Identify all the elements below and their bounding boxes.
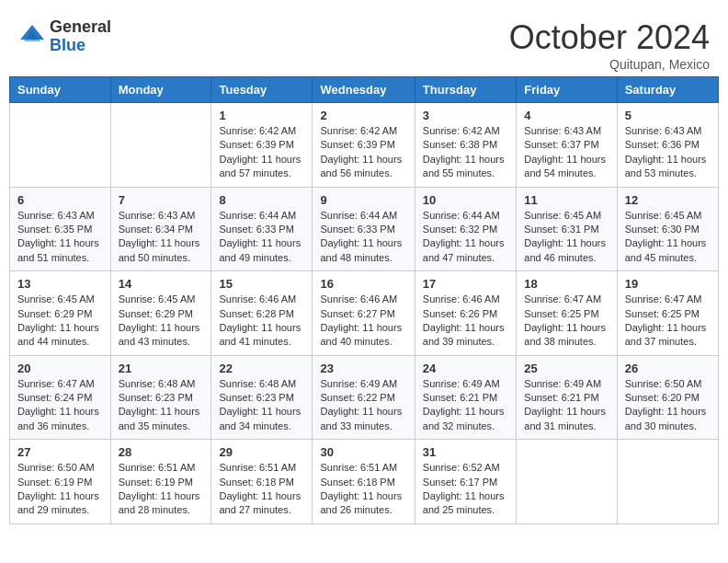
week-row-5: 27Sunrise: 6:50 AM Sunset: 6:19 PM Dayli… [10,440,719,524]
logo-icon [18,23,46,51]
day-info: Sunrise: 6:46 AM Sunset: 6:27 PM Dayligh… [320,293,406,350]
day-info: Sunrise: 6:45 AM Sunset: 6:31 PM Dayligh… [524,209,609,266]
day-number: 7 [119,193,204,207]
calendar-cell: 28Sunrise: 6:51 AM Sunset: 6:19 PM Dayli… [110,440,211,524]
day-number: 18 [524,277,609,291]
day-number: 19 [625,277,711,291]
day-number: 27 [17,445,103,459]
day-number: 11 [524,193,609,207]
day-number: 8 [219,193,304,207]
weekday-header-saturday: Saturday [617,77,718,103]
day-number: 26 [625,362,711,375]
week-row-3: 13Sunrise: 6:45 AM Sunset: 6:29 PM Dayli… [10,271,719,356]
calendar-cell: 20Sunrise: 6:47 AM Sunset: 6:24 PM Dayli… [10,355,111,440]
logo-text: General Blue [50,18,111,55]
day-number: 31 [423,445,508,459]
day-info: Sunrise: 6:52 AM Sunset: 6:17 PM Dayligh… [423,461,508,518]
day-number: 5 [625,109,711,122]
day-number: 4 [524,109,609,122]
day-info: Sunrise: 6:49 AM Sunset: 6:22 PM Dayligh… [320,377,406,434]
calendar-cell: 27Sunrise: 6:50 AM Sunset: 6:19 PM Dayli… [10,440,111,524]
calendar-table: SundayMondayTuesdayWednesdayThursdayFrid… [9,76,719,524]
page-header: General Blue October 2024 Quitupan, Mexi… [9,9,719,76]
day-info: Sunrise: 6:47 AM Sunset: 6:25 PM Dayligh… [524,293,609,350]
day-number: 23 [320,362,406,375]
calendar-cell: 2Sunrise: 6:42 AM Sunset: 6:39 PM Daylig… [313,103,415,188]
day-info: Sunrise: 6:45 AM Sunset: 6:29 PM Dayligh… [119,293,204,350]
calendar-cell: 30Sunrise: 6:51 AM Sunset: 6:18 PM Dayli… [313,440,415,524]
calendar-cell [617,440,718,524]
calendar-cell: 5Sunrise: 6:43 AM Sunset: 6:36 PM Daylig… [617,103,718,188]
day-number: 25 [524,362,609,375]
calendar-cell: 12Sunrise: 6:45 AM Sunset: 6:30 PM Dayli… [617,187,718,271]
calendar-cell: 19Sunrise: 6:47 AM Sunset: 6:25 PM Dayli… [617,271,718,356]
calendar-cell: 22Sunrise: 6:48 AM Sunset: 6:23 PM Dayli… [211,355,313,440]
calendar-cell: 21Sunrise: 6:48 AM Sunset: 6:23 PM Dayli… [110,355,211,440]
day-number: 13 [17,277,103,291]
calendar-cell: 1Sunrise: 6:42 AM Sunset: 6:39 PM Daylig… [211,103,313,188]
weekday-header-wednesday: Wednesday [313,77,415,103]
week-row-2: 6Sunrise: 6:43 AM Sunset: 6:35 PM Daylig… [10,187,719,271]
weekday-header-monday: Monday [110,77,211,103]
calendar-cell: 6Sunrise: 6:43 AM Sunset: 6:35 PM Daylig… [10,187,111,271]
day-info: Sunrise: 6:45 AM Sunset: 6:30 PM Dayligh… [625,209,711,266]
location: Quitupan, Mexico [509,57,710,72]
day-info: Sunrise: 6:43 AM Sunset: 6:34 PM Dayligh… [119,209,204,266]
calendar-cell: 23Sunrise: 6:49 AM Sunset: 6:22 PM Dayli… [313,355,415,440]
calendar-cell: 11Sunrise: 6:45 AM Sunset: 6:31 PM Dayli… [517,187,617,271]
weekday-header-thursday: Thursday [415,77,516,103]
logo-general: General [50,18,111,37]
day-info: Sunrise: 6:46 AM Sunset: 6:26 PM Dayligh… [423,293,508,350]
calendar-cell: 14Sunrise: 6:45 AM Sunset: 6:29 PM Dayli… [110,271,211,356]
day-info: Sunrise: 6:50 AM Sunset: 6:20 PM Dayligh… [625,377,711,434]
day-info: Sunrise: 6:47 AM Sunset: 6:24 PM Dayligh… [17,377,103,434]
day-info: Sunrise: 6:50 AM Sunset: 6:19 PM Dayligh… [17,461,103,518]
day-info: Sunrise: 6:48 AM Sunset: 6:23 PM Dayligh… [119,377,204,434]
calendar-cell: 4Sunrise: 6:43 AM Sunset: 6:37 PM Daylig… [517,103,617,188]
calendar-cell: 16Sunrise: 6:46 AM Sunset: 6:27 PM Dayli… [313,271,415,356]
day-info: Sunrise: 6:46 AM Sunset: 6:28 PM Dayligh… [219,293,304,350]
logo: General Blue [18,18,111,55]
calendar-cell: 31Sunrise: 6:52 AM Sunset: 6:17 PM Dayli… [415,440,516,524]
day-info: Sunrise: 6:49 AM Sunset: 6:21 PM Dayligh… [423,377,508,434]
day-info: Sunrise: 6:42 AM Sunset: 6:39 PM Dayligh… [320,124,406,181]
day-info: Sunrise: 6:51 AM Sunset: 6:18 PM Dayligh… [320,461,406,518]
weekday-header-friday: Friday [517,77,617,103]
day-number: 2 [320,109,406,122]
calendar-cell: 29Sunrise: 6:51 AM Sunset: 6:18 PM Dayli… [211,440,313,524]
day-number: 20 [17,362,103,375]
day-number: 9 [320,193,406,207]
calendar-cell: 15Sunrise: 6:46 AM Sunset: 6:28 PM Dayli… [211,271,313,356]
day-info: Sunrise: 6:45 AM Sunset: 6:29 PM Dayligh… [17,293,103,350]
calendar-cell: 10Sunrise: 6:44 AM Sunset: 6:32 PM Dayli… [415,187,516,271]
week-row-1: 1Sunrise: 6:42 AM Sunset: 6:39 PM Daylig… [10,103,719,188]
day-info: Sunrise: 6:48 AM Sunset: 6:23 PM Dayligh… [219,377,304,434]
day-number: 10 [423,193,508,207]
calendar-cell: 3Sunrise: 6:42 AM Sunset: 6:38 PM Daylig… [415,103,516,188]
day-number: 12 [625,193,711,207]
weekday-header-tuesday: Tuesday [211,77,313,103]
title-block: October 2024 Quitupan, Mexico [509,18,710,72]
calendar-cell: 26Sunrise: 6:50 AM Sunset: 6:20 PM Dayli… [617,355,718,440]
day-info: Sunrise: 6:44 AM Sunset: 6:33 PM Dayligh… [219,209,304,266]
day-number: 17 [423,277,508,291]
day-info: Sunrise: 6:42 AM Sunset: 6:39 PM Dayligh… [219,124,304,181]
day-number: 16 [320,277,406,291]
calendar-cell: 7Sunrise: 6:43 AM Sunset: 6:34 PM Daylig… [110,187,211,271]
calendar-cell: 17Sunrise: 6:46 AM Sunset: 6:26 PM Dayli… [415,271,516,356]
day-number: 24 [423,362,508,375]
day-number: 29 [219,445,304,459]
day-info: Sunrise: 6:42 AM Sunset: 6:38 PM Dayligh… [423,124,508,181]
day-info: Sunrise: 6:43 AM Sunset: 6:36 PM Dayligh… [625,124,711,181]
calendar-cell [110,103,211,188]
weekday-header-row: SundayMondayTuesdayWednesdayThursdayFrid… [10,77,719,103]
calendar-cell: 8Sunrise: 6:44 AM Sunset: 6:33 PM Daylig… [211,187,313,271]
day-number: 22 [219,362,304,375]
day-info: Sunrise: 6:51 AM Sunset: 6:18 PM Dayligh… [219,461,304,518]
day-info: Sunrise: 6:47 AM Sunset: 6:25 PM Dayligh… [625,293,711,350]
logo-blue: Blue [50,37,111,55]
calendar-cell [517,440,617,524]
calendar-cell: 25Sunrise: 6:49 AM Sunset: 6:21 PM Dayli… [517,355,617,440]
day-info: Sunrise: 6:44 AM Sunset: 6:33 PM Dayligh… [320,209,406,266]
calendar-cell: 13Sunrise: 6:45 AM Sunset: 6:29 PM Dayli… [10,271,111,356]
